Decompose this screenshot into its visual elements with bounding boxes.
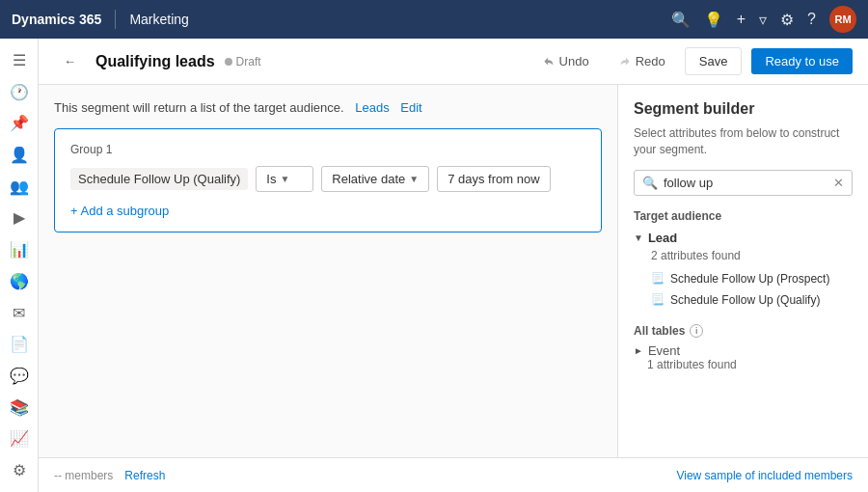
attribute-label-1: Schedule Follow Up (Prospect) [670,272,829,286]
date-value-field: 7 days from now [437,166,550,192]
entity-link[interactable]: Leads [355,100,389,115]
bottom-bar: -- members Refresh View sample of includ… [39,457,868,492]
status-dot [225,58,232,66]
info-text: This segment will return a list of the t… [54,100,344,115]
event-section: ► Event 1 attributes found [634,343,853,371]
nav-divider [115,10,116,29]
operator-dropdown[interactable]: Is ▼ [256,166,313,192]
lead-section: ▼ Lead 2 attributes found 📃 Schedule Fol… [634,231,853,311]
view-sample-link[interactable]: View sample of included members [676,469,853,482]
operator-chevron-icon: ▼ [280,174,289,184]
redo-label: Redo [636,54,665,68]
redo-button[interactable]: Redo [609,49,675,73]
sidebar-mail-icon[interactable]: ✉ [4,299,35,327]
brand-name: Dynamics 365 [12,12,101,27]
undo-icon [542,55,556,68]
sidebar-play-icon[interactable]: ▶ [4,205,35,232]
group-label: Group 1 [70,143,585,156]
filter-icon[interactable]: ▿ [759,11,767,29]
lead-label: Lead [648,231,677,245]
save-button[interactable]: Save [685,47,743,75]
date-type-chevron-icon: ▼ [409,174,419,184]
info-bar: This segment will return a list of the t… [54,100,602,115]
edit-link[interactable]: Edit [400,100,421,115]
attribute-icon-1: 📃 [651,272,665,285]
date-type-value: Relative date [332,172,405,186]
undo-button[interactable]: Undo [532,49,599,73]
all-tables-label: All tables [634,324,685,338]
members-count: -- members [54,469,113,482]
group-box: Group 1 Schedule Follow Up (Qualify) Is … [54,128,602,232]
nav-icons: 🔍 💡 + ▿ ⚙ ? RM [671,6,856,33]
event-section-header[interactable]: ► Event [634,343,853,358]
main-content: ← Qualifying leads Draft Undo Redo Save … [39,39,868,492]
lightbulb-icon[interactable]: 💡 [704,11,723,29]
event-count: 1 attributes found [647,358,853,371]
sidebar-analytics-icon[interactable]: 📈 [4,425,35,453]
all-tables-header: All tables i [634,324,853,338]
panel-title: Segment builder [634,100,853,118]
canvas-area: This segment will return a list of the t… [39,85,868,457]
sidebar-pin-icon[interactable]: 📌 [4,109,35,137]
builder-panel: Segment builder Select attributes from b… [617,85,868,457]
search-icon[interactable]: 🔍 [671,11,691,29]
sidebar-menu-icon[interactable]: ☰ [4,46,35,74]
module-name: Marketing [129,12,188,27]
sidebar-library-icon[interactable]: 📚 [4,394,35,422]
sidebar-globe-icon[interactable]: 🌎 [4,267,35,295]
search-box: 🔍 ✕ [634,170,853,196]
ready-to-use-button[interactable]: Ready to use [751,48,853,74]
event-label: Event [648,343,680,358]
top-navigation: Dynamics 365 Marketing 🔍 💡 + ▿ ⚙ ? RM [0,0,868,39]
event-chevron-icon: ► [634,345,643,356]
app-body: ☰ 🕐 📌 👤 👥 ▶ 📊 🌎 ✉ 📄 💬 📚 📈 ⚙ ← Qualifying… [0,39,868,492]
date-type-dropdown[interactable]: Relative date ▼ [321,166,429,192]
avatar[interactable]: RM [829,6,856,33]
sidebar-chat-icon[interactable]: 💬 [4,362,35,390]
page-title: Qualifying leads [95,53,215,70]
sidebar-cog-icon[interactable]: ⚙ [4,456,35,484]
sidebar-recent-icon[interactable]: 🕐 [4,78,35,106]
add-subgroup-button[interactable]: + Add a subgroup [70,204,585,218]
operator-value: Is [266,172,276,186]
attribute-icon-2: 📃 [651,293,665,306]
status-badge: Draft [225,55,261,68]
lead-count: 2 attributes found [651,249,853,262]
audience-title: Target audience [634,209,853,223]
refresh-link[interactable]: Refresh [124,469,165,482]
lead-chevron-icon: ▼ [634,232,643,243]
back-button[interactable]: ← [54,49,86,73]
undo-label: Undo [559,54,589,68]
subheader: ← Qualifying leads Draft Undo Redo Save … [39,39,868,85]
segment-canvas: This segment will return a list of the t… [39,85,617,457]
condition-row: Schedule Follow Up (Qualify) Is ▼ Relati… [70,166,585,192]
clear-search-icon[interactable]: ✕ [833,176,844,190]
redo-icon [618,55,632,68]
all-tables-info-icon[interactable]: i [690,324,703,338]
sidebar-form-icon[interactable]: 📄 [4,330,35,358]
settings-icon[interactable]: ⚙ [780,11,794,29]
lead-section-header[interactable]: ▼ Lead [634,231,853,245]
sidebar-segment-icon[interactable]: 👤 [4,141,35,169]
search-input[interactable] [664,176,827,190]
sidebar-marketing-icon[interactable]: 📊 [4,235,35,263]
tree-item[interactable]: 📃 Schedule Follow Up (Qualify) [634,289,853,311]
help-icon[interactable]: ? [807,11,816,28]
add-icon[interactable]: + [737,11,746,28]
sidebar-contacts-icon[interactable]: 👥 [4,173,35,201]
status-text: Draft [236,55,261,68]
tree-item[interactable]: 📃 Schedule Follow Up (Prospect) [634,268,853,289]
panel-description: Select attributes from below to construc… [634,125,853,158]
attribute-label-2: Schedule Follow Up (Qualify) [670,293,820,307]
condition-field: Schedule Follow Up (Qualify) [70,168,248,190]
sidebar: ☰ 🕐 📌 👤 👥 ▶ 📊 🌎 ✉ 📄 💬 📚 📈 ⚙ [0,39,39,492]
search-icon: 🔍 [642,176,658,190]
